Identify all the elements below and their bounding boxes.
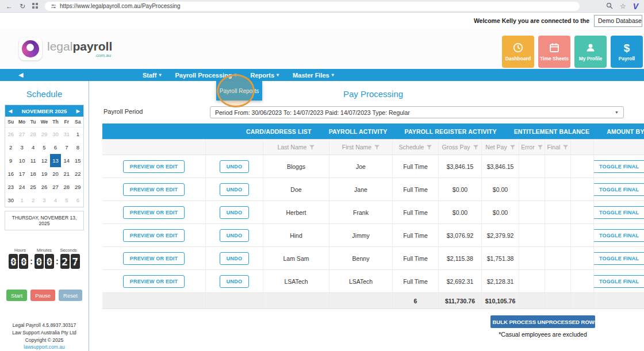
preview-or-edit-button[interactable]: PREVIEW OR EDIT — [123, 229, 185, 242]
calendar-day[interactable]: 11 — [28, 154, 39, 167]
toggle-final-button[interactable]: TOGGLE FINAL — [594, 206, 644, 219]
menu-item-staff[interactable]: Staff▾ — [143, 72, 161, 79]
calendar-day[interactable]: 2 — [5, 141, 16, 154]
header-button-payroll[interactable]: $Payroll — [611, 36, 643, 68]
toggle-final-button[interactable]: TOGGLE FINAL — [594, 275, 644, 288]
calendar-day[interactable]: 8 — [72, 141, 83, 154]
undo-button[interactable]: UNDO — [220, 183, 249, 196]
timer-button-reset[interactable]: Reset — [59, 290, 82, 301]
calendar-day[interactable]: 5 — [61, 194, 72, 207]
menu-item-payroll-processing[interactable]: Payroll Processing▾ — [175, 72, 236, 79]
filter-icon[interactable] — [510, 145, 515, 150]
report-tab-amount-by-category[interactable]: AMOUNT BY CATEGORY — [607, 128, 644, 135]
menu-item-reports[interactable]: Reports▾ — [251, 72, 279, 79]
report-tab-entitlement-balance[interactable]: ENTITLEMENT BALANCE — [514, 128, 590, 135]
preview-or-edit-button[interactable]: PREVIEW OR EDIT — [123, 183, 185, 196]
calendar-day[interactable]: 21 — [61, 167, 72, 180]
lawsupport-link[interactable]: lawsupport.com.au — [0, 344, 89, 351]
calendar-day[interactable]: 4 — [28, 141, 39, 154]
toggle-final-button[interactable]: TOGGLE FINAL — [594, 252, 644, 265]
filter-icon[interactable] — [538, 145, 543, 150]
calendar-day[interactable]: 31 — [61, 128, 72, 141]
calendar-day[interactable]: 10 — [16, 154, 27, 167]
report-tab-card-address-list[interactable]: CARD/ADDRESS LIST — [246, 128, 312, 135]
calendar-day[interactable]: 4 — [50, 194, 61, 207]
calendar-day[interactable]: 14 — [61, 154, 72, 167]
filter-icon[interactable] — [563, 145, 568, 150]
report-tab-payroll-register-activity[interactable]: PAYROLL REGISTER ACTIVITY — [404, 128, 496, 135]
filter-icon[interactable] — [473, 145, 478, 150]
database-selector[interactable]: Demo Database — [594, 15, 642, 27]
calendar-day[interactable]: 6 — [50, 141, 61, 154]
calendar-day[interactable]: 29 — [72, 180, 83, 194]
extensions-icon[interactable] — [32, 3, 38, 10]
filter-icon[interactable] — [374, 145, 379, 150]
calendar-day[interactable]: 23 — [5, 180, 16, 194]
summary-empty — [519, 293, 545, 308]
calendar-day[interactable]: 5 — [39, 141, 49, 154]
calendar-day[interactable]: 9 — [5, 154, 16, 167]
calendar-day[interactable]: 26 — [5, 128, 16, 141]
calendar-day[interactable]: 25 — [28, 180, 39, 194]
calendar-day[interactable]: 16 — [5, 167, 16, 180]
calendar-day[interactable]: 1 — [16, 194, 27, 207]
header-button-time-sheets[interactable]: Time Sheets — [538, 36, 570, 68]
undo-button[interactable]: UNDO — [220, 229, 249, 242]
calendar-day[interactable]: 7 — [61, 141, 72, 154]
zoom-icon[interactable] — [606, 2, 613, 10]
calendar-day[interactable]: 29 — [39, 128, 49, 141]
calendar-day[interactable]: 28 — [61, 180, 72, 194]
filter-icon[interactable] — [427, 145, 432, 150]
toggle-final-button[interactable]: TOGGLE FINAL — [594, 160, 644, 173]
legalpayroll-logo[interactable]: legalpayroll .com.au — [19, 37, 112, 60]
toggle-final-button[interactable]: TOGGLE FINAL — [594, 229, 644, 242]
calendar-day[interactable]: 18 — [28, 167, 39, 180]
undo-button[interactable]: UNDO — [220, 252, 249, 265]
browser-logo-icon[interactable]: V — [633, 2, 638, 11]
calendar-day[interactable]: 24 — [16, 180, 27, 194]
calendar-day[interactable]: 12 — [39, 154, 49, 167]
header-button-my-profile[interactable]: My Profile — [574, 36, 607, 68]
bulk-process-button[interactable]: BULK PROCESS UNPROCESSED ROWS * — [490, 315, 595, 328]
calendar-day[interactable]: 3 — [39, 194, 49, 207]
calendar-day[interactable]: 2 — [28, 194, 39, 207]
calendar-day[interactable]: 3 — [16, 141, 27, 154]
calendar-day[interactable]: 30 — [5, 194, 16, 207]
calendar-next-icon[interactable]: ▶ — [76, 109, 80, 114]
preview-or-edit-button[interactable]: PREVIEW OR EDIT — [123, 275, 185, 288]
calendar-day[interactable]: 28 — [28, 128, 39, 141]
timer-button-pause[interactable]: Pause — [30, 290, 55, 301]
collapse-sidebar-icon[interactable]: ◀ — [18, 71, 23, 79]
back-icon[interactable]: ← — [6, 3, 13, 10]
calendar-day[interactable]: 6 — [72, 194, 83, 207]
calendar-day-selected[interactable]: 13 — [50, 154, 61, 167]
timer-button-start[interactable]: Start — [6, 290, 27, 301]
bookmark-star-icon[interactable]: ☆ — [620, 3, 626, 10]
filter-icon[interactable] — [309, 145, 315, 150]
preview-or-edit-button[interactable]: PREVIEW OR EDIT — [123, 160, 185, 173]
calendar-day[interactable]: 30 — [50, 128, 61, 141]
header-button-dashboard[interactable]: Dashboard — [502, 36, 534, 68]
calendar-day[interactable]: 1 — [72, 128, 83, 141]
calendar-day[interactable]: 15 — [72, 154, 83, 167]
preview-or-edit-button[interactable]: PREVIEW OR EDIT — [123, 206, 185, 219]
menu-item-payroll-reports[interactable]: Payroll Reports — [220, 88, 259, 94]
calendar-prev-icon[interactable]: ◀ — [9, 109, 12, 114]
undo-button[interactable]: UNDO — [220, 275, 249, 288]
calendar-day[interactable]: 17 — [16, 167, 27, 180]
calendar-day[interactable]: 26 — [39, 180, 49, 194]
calendar-day[interactable]: 22 — [72, 167, 83, 180]
calendar-day[interactable]: 20 — [50, 167, 61, 180]
preview-or-edit-button[interactable]: PREVIEW OR EDIT — [123, 252, 185, 265]
refresh-icon[interactable]: ↻ — [20, 3, 25, 10]
address-bar[interactable]: https://www.legalpayroll.com.au/PayProce… — [45, 2, 580, 11]
calendar-day[interactable]: 19 — [39, 167, 49, 180]
calendar-day[interactable]: 27 — [50, 180, 61, 194]
undo-button[interactable]: UNDO — [220, 206, 249, 219]
payroll-period-select[interactable]: Period From: 30/06/2023 To: 14/07/2023 P… — [210, 106, 624, 118]
undo-button[interactable]: UNDO — [220, 160, 249, 173]
calendar-day[interactable]: 27 — [16, 128, 27, 141]
report-tab-payroll-activity[interactable]: PAYROLL ACTIVITY — [329, 128, 388, 135]
toggle-final-button[interactable]: TOGGLE FINAL — [594, 183, 644, 196]
menu-item-master-files[interactable]: Master Files▾ — [293, 72, 334, 79]
